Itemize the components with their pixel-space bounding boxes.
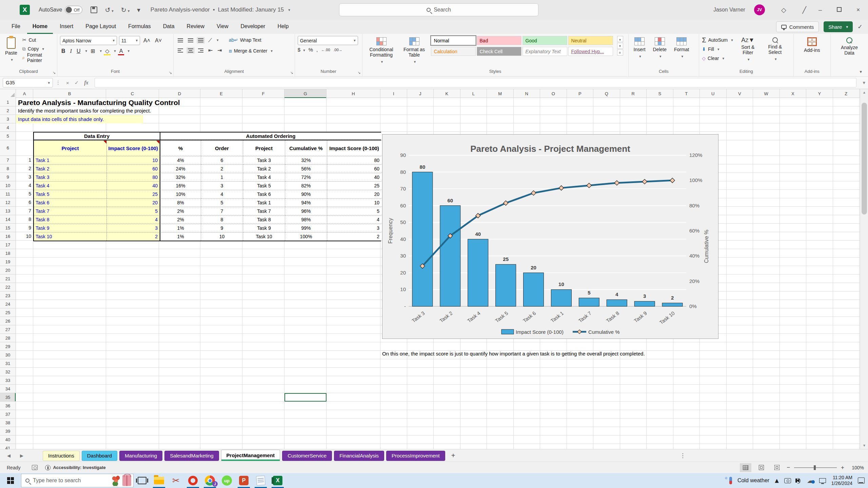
font-color-icon[interactable]: A [118,47,124,55]
table-cell[interactable]: Task 8 [34,215,107,224]
align-middle-icon[interactable] [186,37,195,44]
vertical-scroll-thumb[interactable] [862,103,867,215]
row-header-4[interactable]: 4 [0,123,16,132]
table-cell[interactable]: Task 2 [34,164,107,173]
align-center-icon[interactable] [186,47,195,54]
row-header-24[interactable]: 24 [0,300,16,308]
onedrive-cloud-icon[interactable]: ☁ [807,476,814,485]
accessibility-status[interactable]: Accessibility: Investigate [53,465,105,470]
zoom-out-icon[interactable]: − [787,464,790,471]
tab-scroll-left-icon[interactable]: ◀ [5,453,13,458]
column-header-P[interactable]: P [567,89,594,98]
addins-button[interactable]: Add-ins [802,36,822,54]
pareto-chart[interactable]: Pareto Analysis - Project Management-102… [382,134,718,340]
column-header-B[interactable]: B [33,89,106,98]
table-cell[interactable]: Task 9 [34,224,107,232]
bold-button[interactable]: B [60,47,67,55]
comments-button[interactable]: Comments [776,21,819,32]
notes-button[interactable] [252,473,269,488]
row-header-34[interactable]: 34 [0,385,16,393]
file-explorer-button[interactable] [151,473,167,488]
table-cell[interactable]: 1 [201,173,243,181]
table-cell[interactable]: 25 [107,190,160,198]
notification-center-icon[interactable] [858,477,865,484]
scroll-up-icon[interactable]: ▲ [860,89,868,96]
menu-tab-help[interactable]: Help [272,20,294,34]
column-header-J[interactable]: J [407,89,434,98]
row-header-32[interactable]: 32 [0,368,16,376]
row-header-36[interactable]: 36 [0,402,16,410]
clipboard-dialog-launcher-icon[interactable]: ↘ [53,70,56,75]
cell-style-calculation[interactable]: Calculation [431,47,476,56]
row-header-10[interactable]: 10 [0,181,16,190]
sheet-tab-projectmanagement[interactable]: ProjectManagement [221,450,280,461]
network-icon[interactable] [819,478,826,483]
table-cell[interactable]: 3 [201,181,243,190]
clock[interactable]: 11:20 AM 1/26/2024 [831,475,852,486]
autosave-toggle[interactable]: AutoSave Off [39,6,82,14]
save-icon[interactable] [91,6,97,13]
fill-color-icon[interactable]: ◇ [104,47,111,55]
column-header-I[interactable]: I [380,89,407,98]
table-cell[interactable]: Task 3 [243,156,285,164]
row-header-14[interactable]: 14 [0,215,16,224]
table-cell[interactable]: 10 [201,232,243,241]
row-header-39[interactable]: 39 [0,427,16,435]
cell-style-neutral[interactable]: Neutral [568,36,613,45]
number-format-select[interactable]: General▾ [298,36,358,45]
font-dialog-launcher-icon[interactable]: ↘ [169,70,172,75]
row-header-38[interactable]: 38 [0,419,16,427]
close-button[interactable]: × [853,6,863,14]
column-header-G[interactable]: G [284,89,327,98]
column-header-W[interactable]: W [753,89,780,98]
data-table[interactable]: Data EntryAutomated OrderingProjectImpac… [33,132,381,241]
formula-bar-expand-icon[interactable]: ▾ [863,80,865,86]
column-header-N[interactable]: N [514,89,540,98]
formula-input[interactable] [95,78,857,87]
table-cell[interactable]: 4 [107,215,160,224]
table-cell[interactable]: 56% [285,164,327,173]
table-cell[interactable]: 4 [327,215,381,224]
row-header-30[interactable]: 30 [0,351,16,359]
scroll-down-icon[interactable]: ▼ [860,442,868,449]
vertical-scrollbar[interactable]: ▲ ▼ [860,89,868,449]
table-cell[interactable]: 2% [160,207,201,215]
task-view-button[interactable] [134,473,151,488]
table-cell[interactable]: 98% [285,215,327,224]
table-cell[interactable]: 32% [160,173,201,181]
row-header-22[interactable]: 22 [0,283,16,291]
format-cells-button[interactable]: Format▾ [672,36,691,60]
menu-tab-page-layout[interactable]: Page Layout [80,20,121,34]
decrease-indent-icon[interactable]: ⇤ [207,46,214,55]
table-cell[interactable]: 20 [107,198,160,207]
table-cell[interactable]: Task 10 [243,232,285,241]
row-header-1[interactable]: 1 [0,98,16,106]
column-header-U[interactable]: U [700,89,727,98]
row-header-26[interactable]: 26 [0,317,16,325]
table-cell[interactable]: 25 [327,181,381,190]
autosum-button[interactable]: ΣAutoSum▾ [702,36,733,44]
column-header-L[interactable]: L [460,89,487,98]
row-header-11[interactable]: 11 [0,190,16,198]
alignment-dialog-launcher-icon[interactable]: ↘ [290,70,293,75]
column-header-S[interactable]: S [647,89,673,98]
collapse-ribbon-icon[interactable]: ▾ [860,69,862,74]
menu-tab-home[interactable]: Home [27,20,53,34]
opera-button[interactable] [184,473,201,488]
table-cell[interactable]: 5 [201,198,243,207]
table-cell[interactable]: 40 [107,181,160,190]
menu-tab-insert[interactable]: Insert [54,20,79,34]
undo-icon[interactable]: ↺▾ [105,6,113,14]
zoom-level[interactable]: 100% [848,465,864,470]
zoom-slider-thumb[interactable] [814,465,816,470]
column-header-R[interactable]: R [620,89,647,98]
row-header-27[interactable]: 27 [0,325,16,334]
row-header-33[interactable]: 33 [0,376,16,385]
column-header-K[interactable]: K [434,89,460,98]
avatar[interactable]: JV [754,4,765,15]
features-diamond-icon[interactable]: ◇ [781,6,786,14]
maximize-button[interactable] [834,6,844,14]
cell-style-good[interactable]: Good [522,36,567,45]
table-cell[interactable]: 80 [107,173,160,181]
row-header-15[interactable]: 15 [0,224,16,232]
